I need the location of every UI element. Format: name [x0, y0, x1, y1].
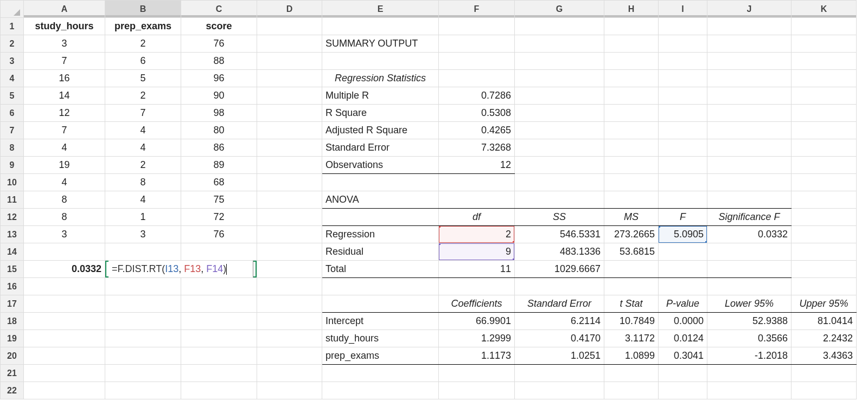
anova-total-label[interactable]: Total: [322, 261, 439, 278]
cell-J21[interactable]: [707, 365, 792, 382]
value-adj-r-square[interactable]: 0.4265: [439, 122, 515, 139]
cell-C12[interactable]: 72: [181, 209, 257, 226]
cell-G9[interactable]: [515, 157, 604, 174]
row-header-7[interactable]: 7: [1, 122, 24, 139]
cell-D20[interactable]: [257, 347, 322, 365]
cell-A11[interactable]: 8: [24, 191, 105, 209]
row-header-20[interactable]: 20: [1, 347, 24, 365]
cell-J1[interactable]: [707, 18, 792, 35]
cell-K1[interactable]: [792, 18, 857, 35]
cell-K15[interactable]: [792, 261, 857, 278]
cell-C17[interactable]: [181, 295, 257, 313]
row-header-4[interactable]: 4: [1, 70, 24, 87]
coef-prepExams-se[interactable]: 1.0251: [515, 347, 604, 365]
row-header-12[interactable]: 12: [1, 209, 24, 226]
cell-A20[interactable]: [24, 347, 105, 365]
coef-prepExams-hi[interactable]: 3.4363: [792, 347, 857, 365]
cell-B3[interactable]: 6: [105, 53, 181, 70]
cell-A21[interactable]: [24, 365, 105, 382]
coef-hdr-hi[interactable]: Upper 95%: [792, 295, 857, 313]
cell-B18[interactable]: [105, 313, 181, 330]
cell-G7[interactable]: [515, 122, 604, 139]
cell-J3[interactable]: [707, 53, 792, 70]
coef-intercept-hi[interactable]: 81.0414: [792, 313, 857, 330]
cell-A22[interactable]: [24, 382, 105, 399]
coef-intercept-label[interactable]: Intercept: [322, 313, 439, 330]
cell-H8[interactable]: [604, 139, 659, 157]
cell-I1[interactable]: [659, 18, 707, 35]
cell-D7[interactable]: [257, 122, 322, 139]
cell-B8[interactable]: 4: [105, 139, 181, 157]
coef-prepExams-lo[interactable]: -1.2018: [707, 347, 792, 365]
cell-B20[interactable]: [105, 347, 181, 365]
cell-B10[interactable]: 8: [105, 174, 181, 191]
cell-D3[interactable]: [257, 53, 322, 70]
cell-K6[interactable]: [792, 105, 857, 122]
cell-G2[interactable]: [515, 35, 604, 53]
cell-I8[interactable]: [659, 139, 707, 157]
cell-A7[interactable]: 7: [24, 122, 105, 139]
row-header-18[interactable]: 18: [1, 313, 24, 330]
cell-A2[interactable]: 3: [24, 35, 105, 53]
column-header-E[interactable]: E: [322, 1, 439, 18]
anova-title[interactable]: ANOVA: [322, 191, 439, 209]
cell-I21[interactable]: [659, 365, 707, 382]
column-header-H[interactable]: H: [604, 1, 659, 18]
cell-C2[interactable]: 76: [181, 35, 257, 53]
cell-D22[interactable]: [257, 382, 322, 399]
cell-J14[interactable]: [707, 243, 792, 261]
cell-D15[interactable]: [257, 261, 322, 278]
cell-B14[interactable]: [105, 243, 181, 261]
cell-B22[interactable]: [105, 382, 181, 399]
label-multiple-r[interactable]: Multiple R: [322, 87, 439, 105]
coef-intercept-t[interactable]: 10.7849: [604, 313, 659, 330]
cell-B1[interactable]: prep_exams: [105, 18, 181, 35]
cell-D16[interactable]: [257, 278, 322, 295]
cell-A1[interactable]: study_hours: [24, 18, 105, 35]
cell-K2[interactable]: [792, 35, 857, 53]
formula-edit-cell[interactable]: =F.DIST.RT(I13, F13, F14): [105, 261, 257, 278]
cell-K7[interactable]: [792, 122, 857, 139]
cell-G11[interactable]: [515, 191, 604, 209]
cell-A19[interactable]: [24, 330, 105, 347]
coef-studyHours-se[interactable]: 0.4170: [515, 330, 604, 347]
formula-input[interactable]: =F.DIST.RT(I13, F13, F14): [108, 261, 253, 277]
cell-H7[interactable]: [604, 122, 659, 139]
cell-J22[interactable]: [707, 382, 792, 399]
cell-K10[interactable]: [792, 174, 857, 191]
coef-studyHours-lo[interactable]: 0.3566: [707, 330, 792, 347]
cell-C22[interactable]: [181, 382, 257, 399]
cell-E17[interactable]: [322, 295, 439, 313]
cell-D1[interactable]: [257, 18, 322, 35]
coef-studyHours-t[interactable]: 3.1172: [604, 330, 659, 347]
cell-H15[interactable]: [604, 261, 659, 278]
cell-D17[interactable]: [257, 295, 322, 313]
cell-A17[interactable]: [24, 295, 105, 313]
cell-J2[interactable]: [707, 35, 792, 53]
cell-A10[interactable]: 4: [24, 174, 105, 191]
cell-J5[interactable]: [707, 87, 792, 105]
cell-K5[interactable]: [792, 87, 857, 105]
row-header-17[interactable]: 17: [1, 295, 24, 313]
cell-D6[interactable]: [257, 105, 322, 122]
cell-J4[interactable]: [707, 70, 792, 87]
cell-H11[interactable]: [604, 191, 659, 209]
coef-intercept-p[interactable]: 0.0000: [659, 313, 707, 330]
anova-hdr-sigf[interactable]: Significance F: [707, 209, 792, 226]
label-observations[interactable]: Observations: [322, 157, 439, 174]
coef-studyHours-p[interactable]: 0.0124: [659, 330, 707, 347]
cell-J7[interactable]: [707, 122, 792, 139]
cell-D13[interactable]: [257, 226, 322, 243]
cell-G21[interactable]: [515, 365, 604, 382]
cell-G8[interactable]: [515, 139, 604, 157]
cell-G5[interactable]: [515, 87, 604, 105]
column-header-G[interactable]: G: [515, 1, 604, 18]
coef-hdr-t[interactable]: t Stat: [604, 295, 659, 313]
cell-A6[interactable]: 12: [24, 105, 105, 122]
cell-C3[interactable]: 88: [181, 53, 257, 70]
anova-residual-df[interactable]: 9: [439, 243, 515, 261]
cell-A5[interactable]: 14: [24, 87, 105, 105]
cell-B5[interactable]: 2: [105, 87, 181, 105]
row-header-11[interactable]: 11: [1, 191, 24, 209]
cell-I4[interactable]: [659, 70, 707, 87]
